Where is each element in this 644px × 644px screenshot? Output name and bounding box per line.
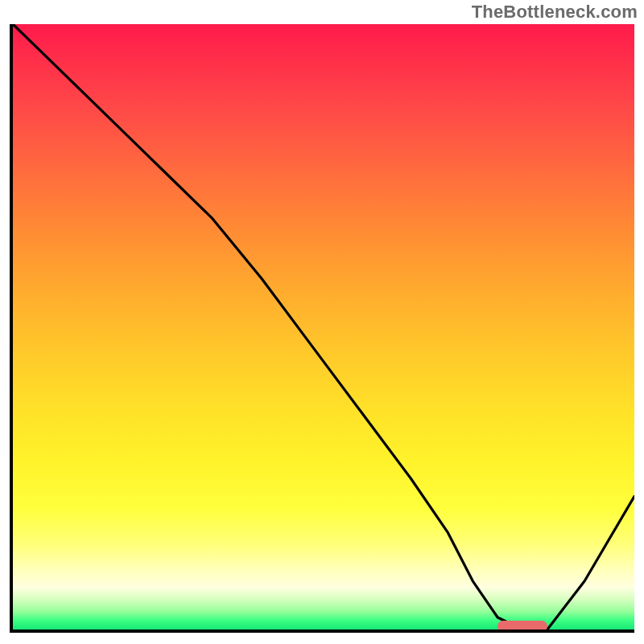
optimal-range-marker (497, 621, 547, 632)
chart-stage: TheBottleneck.com (0, 0, 644, 644)
plot-area (10, 24, 634, 633)
watermark-text: TheBottleneck.com (472, 2, 638, 23)
bottleneck-curve (13, 24, 634, 630)
